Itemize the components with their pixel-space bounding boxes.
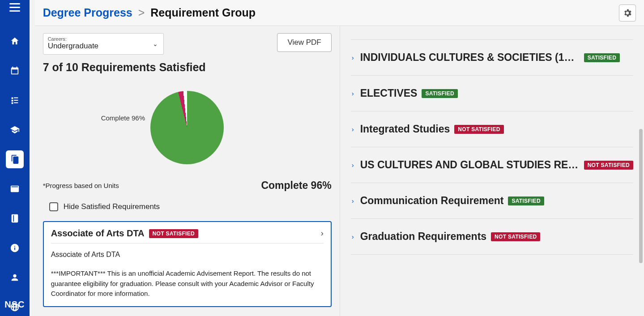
- progress-row: *Progress based on Units Complete 96%: [43, 179, 332, 192]
- requirement-row-title: ELECTIVES: [360, 87, 418, 99]
- progress-pie-chart: Complete 96%: [43, 87, 332, 168]
- chevron-right-icon[interactable]: ›: [351, 161, 356, 169]
- requirement-row-title: Integrated Studies: [360, 123, 450, 135]
- nav-profile[interactable]: [6, 269, 24, 286]
- requirement-row[interactable]: ›Integrated StudiesNOT SATISFIED: [351, 111, 633, 147]
- nav-list[interactable]: [6, 91, 24, 109]
- main-region: Degree Progress > Requirement Group Care…: [35, 0, 644, 316]
- calendar-icon: [10, 66, 20, 76]
- complete-percent: Complete 96%: [261, 179, 331, 192]
- menu-toggle[interactable]: [6, 4, 24, 10]
- notebook-icon: [10, 214, 20, 223]
- requirements-heading: 7 of 10 Requirements Satisfied: [43, 61, 332, 74]
- divider-gutter: [30, 0, 35, 316]
- chevron-right-icon[interactable]: ›: [351, 233, 356, 240]
- nav-finance[interactable]: [6, 180, 24, 198]
- requirement-card-title: Associate of Arts DTA: [51, 228, 145, 239]
- breadcrumb-root[interactable]: Degree Progress: [43, 6, 132, 19]
- scrollbar[interactable]: [638, 26, 644, 316]
- home-icon: [10, 36, 20, 46]
- status-badge: NOT SATISFIED: [491, 232, 540, 241]
- chevron-right-icon[interactable]: ›: [351, 90, 356, 97]
- nav-academics[interactable]: [6, 121, 24, 139]
- sidebar: NSC: [0, 0, 30, 316]
- right-panel: ›INDIVIDUALS CULTURES & SOCIETIES (15 un…: [340, 26, 644, 316]
- requirement-row[interactable]: ›US CULTURES AND GLOBAL STUDIES REQUI...…: [351, 147, 633, 183]
- document-copy-icon: [10, 154, 20, 164]
- requirement-row[interactable]: ›Communication RequirementSATISFIED: [351, 183, 633, 219]
- requirement-row-title: Graduation Requirements: [360, 231, 486, 243]
- breadcrumb: Degree Progress > Requirement Group: [43, 6, 256, 19]
- chevron-right-icon[interactable]: ›: [321, 229, 324, 238]
- status-badge: NOT SATISFIED: [454, 125, 503, 134]
- career-label: Careers:: [48, 36, 159, 42]
- info-icon: [10, 243, 20, 253]
- content: Careers: Undergraduate ⌄ View PDF 7 of 1…: [35, 26, 644, 316]
- requirement-row-title: US CULTURES AND GLOBAL STUDIES REQUI...: [360, 159, 580, 171]
- chevron-right-icon[interactable]: ›: [351, 125, 356, 133]
- topbar: Degree Progress > Requirement Group: [35, 0, 644, 26]
- requirement-row[interactable]: ›INDIVIDUALS CULTURES & SOCIETIES (15 un…: [351, 39, 633, 76]
- status-badge: SATISFIED: [508, 196, 544, 205]
- gear-icon: [623, 8, 632, 18]
- graduation-icon: [10, 125, 20, 135]
- view-pdf-button[interactable]: View PDF: [277, 33, 331, 52]
- chevron-right-icon[interactable]: ›: [351, 197, 356, 205]
- hide-satisfied-row: Hide Satisfied Requirements: [43, 202, 332, 211]
- hide-satisfied-label: Hide Satisfied Requirements: [64, 202, 160, 211]
- card-icon: [10, 184, 20, 194]
- status-badge: SATISFIED: [584, 53, 620, 62]
- status-badge: SATISFIED: [422, 89, 457, 98]
- chevron-right-icon[interactable]: ›: [351, 54, 356, 61]
- career-row: Careers: Undergraduate ⌄ View PDF: [43, 33, 332, 55]
- pie-slice-label: Complete 96%: [101, 114, 145, 122]
- requirement-row-title: INDIVIDUALS CULTURES & SOCIETIES (15 uni…: [360, 51, 580, 64]
- breadcrumb-separator: >: [138, 6, 145, 19]
- status-badge: NOT SATISFIED: [584, 161, 633, 170]
- career-value: Undergraduate: [48, 42, 159, 51]
- person-icon: [10, 273, 20, 282]
- selected-requirement-card: Associate of Arts DTA NOT SATISFIED › As…: [43, 221, 332, 307]
- nav-calendar[interactable]: [6, 62, 24, 80]
- nav-documents[interactable]: [6, 150, 24, 168]
- brand-logo: NSC: [4, 299, 25, 310]
- nav-info[interactable]: [6, 239, 24, 257]
- requirement-row-title: Communication Requirement: [360, 195, 504, 207]
- breadcrumb-current: Requirement Group: [150, 6, 256, 19]
- pie-graphic: [150, 91, 224, 164]
- career-select[interactable]: Careers: Undergraduate ⌄: [43, 33, 164, 55]
- requirement-row[interactable]: ›ELECTIVESSATISFIED: [351, 76, 633, 111]
- hide-satisfied-checkbox[interactable]: [49, 202, 58, 211]
- status-badge: NOT SATISFIED: [149, 229, 198, 238]
- list-icon: [10, 95, 20, 105]
- nav-home[interactable]: [6, 32, 24, 50]
- requirement-card-subtitle: Associate of Arts DTA: [51, 251, 324, 259]
- nav-notes[interactable]: [6, 209, 24, 227]
- sidebar-nav: [6, 32, 24, 316]
- progress-note: *Progress based on Units: [43, 182, 119, 189]
- requirement-card-body: ***IMPORTANT*** This is an unofficial Ac…: [51, 269, 324, 299]
- settings-button[interactable]: [619, 4, 636, 21]
- requirement-row[interactable]: ›Graduation RequirementsNOT SATISFIED: [351, 219, 633, 255]
- requirement-card-header: Associate of Arts DTA NOT SATISFIED ›: [51, 228, 324, 243]
- left-panel: Careers: Undergraduate ⌄ View PDF 7 of 1…: [35, 26, 340, 316]
